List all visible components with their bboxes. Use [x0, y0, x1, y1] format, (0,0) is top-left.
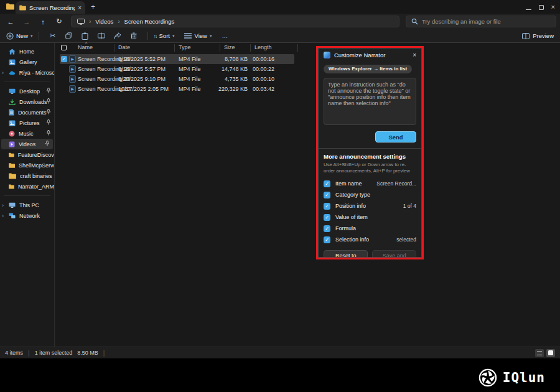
column-divider[interactable]: [250, 44, 251, 52]
sidebar-item-gallery[interactable]: Gallery: [0, 57, 54, 67]
large-icons-view-icon: [548, 350, 553, 355]
selection-size: 8.50 MB: [77, 350, 98, 356]
sidebar-label: Documents: [18, 110, 47, 116]
see-more-button[interactable]: …: [222, 32, 228, 39]
checkbox-checked[interactable]: ✓: [324, 180, 330, 187]
chevron-down-icon: ▾: [210, 34, 212, 39]
preview-toggle[interactable]: Preview: [522, 32, 554, 39]
option-value: Screen Record...: [376, 180, 416, 187]
sidebar-item-desktop[interactable]: Desktop: [0, 86, 54, 96]
view-button[interactable]: View ▾: [184, 32, 212, 39]
expand-chevron-icon[interactable]: ›: [2, 202, 4, 208]
forward-button[interactable]: →: [19, 18, 35, 26]
document-icon: [9, 109, 14, 116]
sidebar-item-home[interactable]: Home: [0, 46, 54, 57]
rename-button[interactable]: [93, 32, 110, 39]
details-view-button[interactable]: [535, 349, 544, 357]
sort-arrows-icon: ↑↓: [154, 33, 157, 39]
reset-to-defaults-button[interactable]: Reset to defaults: [324, 250, 368, 258]
explorer-tab[interactable]: Screen Recordings ×: [16, 1, 85, 14]
option-label: Item name: [335, 180, 362, 187]
cut-button[interactable]: ✂: [45, 32, 61, 39]
column-header-length[interactable]: Length: [254, 44, 272, 50]
send-button[interactable]: Send: [375, 131, 416, 142]
column-header-name[interactable]: Name: [78, 44, 93, 50]
row-checkbox-checked[interactable]: ✓: [61, 56, 67, 62]
new-button[interactable]: New ▾: [6, 32, 33, 40]
column-header-size[interactable]: Size: [224, 44, 235, 50]
dialog-close-icon[interactable]: ×: [413, 52, 416, 58]
checkbox-checked[interactable]: ✓: [324, 192, 330, 198]
breadcrumb-screen-recordings[interactable]: Screen Recordings: [124, 18, 175, 25]
sidebar-item-narrator-arm[interactable]: Narrator_ARM_281: [0, 181, 54, 192]
mp4-file-icon: ▶: [69, 75, 76, 83]
expand-chevron-icon[interactable]: ›: [2, 213, 4, 219]
toolbar-divider: [39, 32, 39, 40]
checkbox-checked[interactable]: ✓: [324, 214, 330, 221]
view-list-icon: [184, 33, 192, 39]
back-button[interactable]: ←: [2, 18, 19, 26]
sidebar-item-onedrive[interactable]: › Riya - Microsoft: [0, 67, 54, 78]
sidebar-item-pictures[interactable]: Pictures: [0, 118, 54, 128]
sidebar-label: FeatureDiscoverabil: [18, 152, 54, 158]
select-all-checkbox[interactable]: [61, 45, 67, 50]
column-header-date[interactable]: Date: [118, 44, 130, 50]
sidebar-item-music[interactable]: Music: [0, 128, 54, 139]
copy-button[interactable]: [61, 32, 77, 39]
column-divider[interactable]: [220, 44, 220, 52]
sidebar-label: Videos: [19, 141, 35, 147]
maximize-button[interactable]: [539, 1, 544, 12]
share-button[interactable]: [110, 32, 126, 39]
sidebar-item-network[interactable]: › Network: [0, 210, 54, 221]
sidebar-item-documents[interactable]: Documents: [0, 107, 54, 118]
checkbox-checked[interactable]: ✓: [324, 225, 330, 232]
column-divider[interactable]: [297, 44, 298, 52]
rename-icon: [98, 32, 105, 39]
sidebar-item-craft-binaries[interactable]: craft binaries: [0, 170, 54, 181]
this-pc-icon: [9, 202, 16, 208]
toolbar-divider: [147, 32, 148, 40]
refresh-button[interactable]: ↻: [51, 17, 67, 26]
folder-icon: [9, 173, 16, 179]
option-formula: ✓ Formula: [324, 223, 416, 234]
sidebar-item-featurediscoverabil[interactable]: FeatureDiscoverabil: [0, 149, 54, 160]
sort-button[interactable]: ↑↓ Sort ▾: [154, 32, 175, 39]
checkbox-checked[interactable]: ✓: [324, 236, 330, 243]
breadcrumb-videos[interactable]: Videos: [95, 18, 113, 25]
large-icons-view-button[interactable]: [546, 349, 555, 357]
close-button[interactable]: ×: [551, 4, 555, 11]
up-button[interactable]: ↑: [35, 18, 51, 26]
mp4-file-icon: ▶: [69, 65, 76, 73]
expand-chevron-icon[interactable]: ›: [2, 70, 4, 76]
column-header-type[interactable]: Type: [179, 44, 191, 50]
mp4-file-icon: ▶: [69, 55, 76, 63]
pin-icon: [46, 98, 51, 104]
checkbox-checked[interactable]: ✓: [324, 203, 330, 210]
save-and-close-button[interactable]: Save and close: [372, 250, 416, 258]
status-bar: 4 items | 1 item selected 8.50 MB |: [0, 347, 560, 358]
column-divider[interactable]: [174, 44, 175, 52]
column-divider[interactable]: [114, 44, 114, 52]
details-view-icon: [537, 351, 542, 355]
pin-icon: [46, 88, 51, 93]
file-row-selected[interactable]: ✓ ▶ Screen Recording 20... 8/18/2025 5:5…: [55, 54, 354, 64]
breadcrumb[interactable]: › Videos › Screen Recordings: [71, 16, 399, 27]
sidebar-item-this-pc[interactable]: › This PC: [0, 200, 54, 210]
sidebar-item-downloads[interactable]: Downloads: [0, 96, 54, 107]
tab-close-icon[interactable]: ×: [78, 4, 82, 11]
option-item-name: ✓ Item name Screen Record...: [324, 178, 416, 189]
gallery-icon: [9, 59, 16, 65]
search-input[interactable]: Try describing an image or file: [406, 16, 556, 27]
sidebar-item-videos[interactable]: Videos: [1, 139, 53, 149]
new-tab-button[interactable]: +: [91, 2, 95, 11]
sidebar-item-shellmcpservers[interactable]: ShellMcpServers: [0, 160, 54, 170]
file-row[interactable]: ▶ Screen Recording 20... 8/18/2025 5:57 …: [55, 64, 354, 74]
paste-button[interactable]: [77, 32, 93, 40]
file-row[interactable]: ▶ Screen Recording 20... 10/17/2025 2:05…: [55, 84, 354, 94]
file-row[interactable]: ▶ Screen Recording 20... 8/20/2025 9:10 …: [55, 74, 354, 84]
minimize-button[interactable]: [526, 1, 531, 12]
instruction-input[interactable]: [324, 78, 416, 125]
sidebar-divider: [4, 82, 50, 82]
delete-button[interactable]: [126, 32, 142, 39]
onedrive-cloud-icon: [9, 70, 16, 75]
